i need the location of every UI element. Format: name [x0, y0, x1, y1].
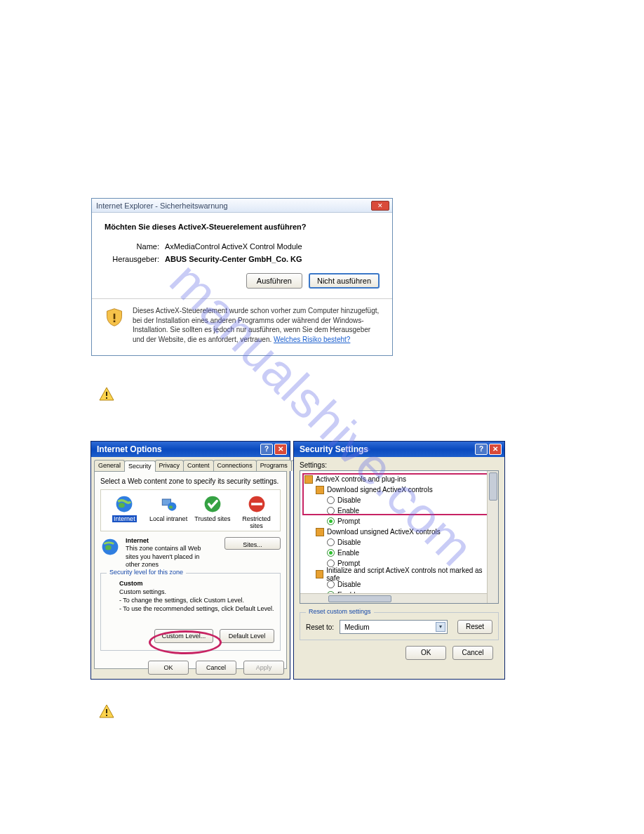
custom-line1: - To change the settings, click Custom L… [119, 596, 274, 604]
activex-icon [304, 475, 313, 484]
settings-label: Settings: [300, 461, 499, 469]
tree-item: Download signed ActiveX controls [303, 484, 485, 495]
dialog-title: Security Settings [300, 444, 368, 454]
tab-strip: General Security Privacy Content Connect… [91, 457, 290, 471]
reset-level-select[interactable]: Medium ▾ [340, 620, 448, 634]
default-level-button[interactable]: Default Level [220, 629, 274, 643]
activex-icon [316, 570, 323, 578]
tab-general[interactable]: General [94, 460, 125, 471]
dialog-title: Internet Options [97, 444, 162, 454]
radio-selected-icon [327, 549, 335, 557]
svg-rect-11 [251, 503, 262, 505]
warning-triangle-icon [98, 386, 115, 403]
activex-icon [316, 528, 324, 536]
info-text-block: Dieses ActiveX-Steuerelement wurde schon… [133, 306, 380, 344]
dialog-body: Möchten Sie dieses ActiveX-Steuerelement… [92, 213, 392, 355]
tab-privacy[interactable]: Privacy [155, 460, 185, 471]
run-button[interactable]: Ausführen [246, 273, 302, 289]
svg-point-8 [169, 505, 173, 508]
help-icon[interactable]: ? [260, 444, 273, 455]
chevron-down-icon: ▾ [436, 622, 445, 632]
warning-triangle-icon [98, 703, 115, 720]
dialog-titlebar[interactable]: Internet Options ? ✕ [91, 442, 290, 457]
reset-button[interactable]: Reset [457, 620, 492, 634]
zone-prompt: Select a Web content zone to specify its… [100, 477, 281, 485]
svg-rect-0 [114, 314, 116, 319]
radio-icon [327, 496, 335, 504]
zone-selector: Internet Local intranet Trusted sites Re… [100, 489, 281, 531]
custom-line2: - To use the recommended settings, click… [119, 604, 274, 613]
radio-icon [327, 581, 335, 588]
select-value: Medium [344, 623, 370, 631]
ok-button[interactable]: OK [148, 661, 189, 675]
reset-fieldset: Reset custom settings Reset to: Medium ▾… [300, 612, 499, 640]
scrollbar-thumb[interactable] [328, 595, 391, 602]
radio-icon [327, 538, 335, 546]
svg-rect-15 [106, 715, 107, 716]
cancel-button[interactable]: Cancel [452, 646, 493, 660]
tree-item: Download unsigned ActiveX controls [303, 527, 485, 537]
close-icon[interactable]: ✕ [274, 444, 287, 455]
fieldset-legend: Reset custom settings [306, 608, 374, 615]
vertical-scrollbar[interactable] [487, 471, 498, 603]
activex-icon [316, 486, 324, 494]
intranet-icon [159, 494, 178, 514]
restricted-icon [247, 494, 267, 514]
security-level-fieldset: Security level for this zone Custom Cust… [100, 573, 281, 651]
globe-icon [100, 537, 120, 557]
cancel-button[interactable]: Cancel [196, 661, 236, 675]
publisher-label: Herausgeber: [105, 255, 159, 263]
tree-item: Initialize and script ActiveX controls n… [303, 569, 485, 579]
zone-trusted-sites[interactable]: Trusted sites [192, 494, 233, 529]
zone-description: This zone contains all Web sites you hav… [126, 545, 215, 569]
zone-label: Local intranet [149, 515, 187, 522]
tab-programs[interactable]: Programs [256, 460, 292, 471]
tree-option-disable[interactable]: Disable [303, 495, 485, 505]
fieldset-legend: Security level for this zone [107, 569, 186, 576]
internet-options-dialog: Internet Options ? ✕ General Security Pr… [90, 441, 290, 680]
risk-link[interactable]: Welches Risiko besteht? [274, 336, 350, 343]
tab-content[interactable]: Content [183, 460, 214, 471]
globe-icon [114, 494, 134, 514]
dialog-titlebar[interactable]: Security Settings ? ✕ [294, 442, 504, 457]
radio-icon [327, 507, 335, 515]
name-label: Name: [105, 242, 159, 251]
trusted-icon [203, 494, 222, 514]
zone-internet[interactable]: Internet [104, 494, 145, 529]
apply-button[interactable]: Apply [243, 661, 284, 675]
reset-to-label: Reset to: [306, 623, 334, 631]
tree-option-enable[interactable]: Enable [303, 548, 485, 558]
close-icon[interactable]: ✕ [489, 444, 502, 455]
close-icon[interactable]: ✕ [371, 201, 389, 211]
dont-run-button[interactable]: Nicht ausführen [309, 273, 380, 289]
svg-rect-3 [106, 397, 107, 399]
shield-warning-icon [105, 307, 124, 327]
tab-security[interactable]: Security [124, 461, 156, 472]
svg-rect-1 [114, 320, 116, 322]
svg-point-13 [105, 545, 112, 550]
ie-security-warning-dialog: Internet Explorer - Sicherheitswarnung ✕… [91, 198, 393, 356]
zone-restricted-sites[interactable]: Restricted sites [236, 494, 277, 529]
custom-level-button[interactable]: Custom Level... [154, 629, 214, 643]
tree-option-prompt[interactable]: Prompt [303, 516, 485, 527]
name-value: AxMediaControl ActiveX Control Module [165, 242, 302, 251]
zone-heading: Internet [126, 537, 215, 545]
custom-sub: Custom settings. [119, 588, 274, 596]
tab-connections[interactable]: Connections [213, 460, 257, 471]
zone-local-intranet[interactable]: Local intranet [148, 494, 189, 529]
security-settings-dialog: Security Settings ? ✕ Settings: ActiveX … [293, 441, 505, 680]
publisher-value: ABUS Security-Center GmbH_Co. KG [165, 255, 302, 263]
ok-button[interactable]: OK [405, 646, 446, 660]
horizontal-scrollbar[interactable] [300, 593, 487, 603]
security-tab-panel: Select a Web content zone to specify its… [94, 471, 287, 669]
settings-tree[interactable]: ActiveX controls and plug-ins Download s… [300, 470, 499, 604]
svg-rect-14 [106, 709, 107, 713]
tree-option-disable[interactable]: Disable [303, 537, 485, 548]
zone-label: Restricted sites [242, 515, 271, 529]
help-icon[interactable]: ? [475, 444, 488, 455]
sites-button[interactable]: Sites... [224, 537, 281, 550]
scrollbar-thumb[interactable] [489, 472, 497, 501]
tree-option-enable[interactable]: Enable [303, 505, 485, 516]
svg-rect-2 [106, 392, 107, 396]
dialog-titlebar[interactable]: Internet Explorer - Sicherheitswarnung ✕ [92, 199, 392, 213]
